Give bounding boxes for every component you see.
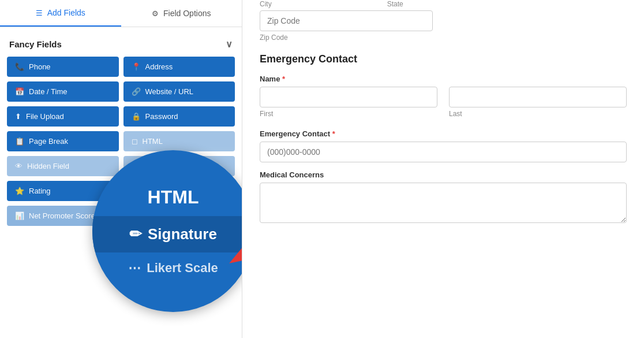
page-break-button[interactable]: 📋 Page Break bbox=[7, 131, 119, 151]
zip-code-group: Zip Code bbox=[260, 10, 439, 42]
name-group: Name * First Last bbox=[260, 75, 627, 121]
right-panel: City State Zip Code Emergency Contact Na… bbox=[242, 0, 644, 338]
popup-likert-label: Likert Scale bbox=[147, 261, 218, 276]
medical-concerns-textarea[interactable] bbox=[260, 183, 627, 223]
last-name-input[interactable] bbox=[449, 87, 627, 107]
zip-code-sublabel: Zip Code bbox=[260, 34, 439, 42]
file-upload-button[interactable]: ⬆ File Upload bbox=[7, 106, 119, 127]
tab-field-options-label: Field Options bbox=[163, 9, 211, 18]
popup-signature-button[interactable]: ✏ Signature bbox=[92, 216, 242, 252]
file-upload-icon: ⬆ bbox=[15, 112, 21, 121]
medical-concerns-label: Medical Concerns bbox=[260, 170, 627, 179]
first-name-input[interactable] bbox=[260, 87, 437, 107]
website-icon: 🔗 bbox=[132, 87, 141, 96]
phone-icon: 📞 bbox=[15, 62, 24, 71]
net-promoter-label: Net Promoter Score bbox=[29, 211, 95, 220]
left-panel: ☰ Add Fields ⚙ Field Options Fancy Field… bbox=[0, 0, 242, 338]
tab-add-fields[interactable]: ☰ Add Fields bbox=[0, 0, 121, 27]
add-fields-icon: ☰ bbox=[36, 9, 43, 17]
emergency-contact-title: Emergency Contact bbox=[260, 53, 627, 65]
hidden-field-button[interactable]: 👁 Hidden Field bbox=[7, 156, 119, 176]
field-options-icon: ⚙ bbox=[152, 9, 159, 18]
name-required-star: * bbox=[282, 75, 285, 83]
city-state-labels: City State bbox=[260, 0, 627, 8]
datetime-icon: 📅 bbox=[15, 87, 24, 96]
popup-signature-label: Signature bbox=[148, 225, 217, 243]
html-button[interactable]: ◻ HTML bbox=[123, 131, 235, 151]
popup-html-label[interactable]: HTML bbox=[148, 181, 199, 216]
state-label: State bbox=[387, 0, 403, 8]
name-inputs-row: First Last bbox=[260, 87, 627, 118]
phone-label: Phone bbox=[29, 62, 51, 71]
tab-add-fields-label: Add Fields bbox=[47, 8, 85, 17]
fancy-fields-header: Fancy Fields ∨ bbox=[7, 34, 235, 57]
emergency-required-star: * bbox=[332, 129, 335, 138]
net-promoter-icon: 📊 bbox=[15, 211, 24, 220]
rating-icon: ⭐ bbox=[15, 187, 24, 195]
first-sublabel: First bbox=[260, 110, 437, 118]
tab-field-options[interactable]: ⚙ Field Options bbox=[121, 0, 242, 27]
page-break-label: Page Break bbox=[29, 137, 68, 146]
last-sublabel: Last bbox=[449, 110, 627, 118]
password-button[interactable]: 🔒 Password bbox=[123, 106, 235, 127]
fancy-fields-label: Fancy Fields bbox=[9, 39, 62, 49]
html-label: HTML bbox=[143, 137, 163, 146]
address-label: Address bbox=[145, 62, 173, 71]
popup-likert-button[interactable]: ⋯ Likert Scale bbox=[128, 252, 218, 281]
rating-label: Rating bbox=[29, 187, 51, 195]
phone-button[interactable]: 📞 Phone bbox=[7, 57, 119, 77]
hidden-field-label: Hidden Field bbox=[27, 162, 69, 170]
popup-signature-icon: ✏ bbox=[129, 225, 142, 243]
tabs: ☰ Add Fields ⚙ Field Options bbox=[0, 0, 242, 27]
chevron-icon[interactable]: ∨ bbox=[226, 39, 233, 50]
password-icon: 🔒 bbox=[132, 112, 141, 121]
website-label: Website / URL bbox=[145, 87, 194, 96]
zip-code-input[interactable] bbox=[260, 10, 433, 31]
password-label: Password bbox=[145, 112, 178, 121]
hidden-icon: 👁 bbox=[15, 162, 23, 170]
address-button[interactable]: 📍 Address bbox=[123, 57, 235, 77]
emergency-phone-input[interactable] bbox=[260, 142, 627, 162]
datetime-button[interactable]: 📅 Date / Time bbox=[7, 81, 119, 102]
html-icon: ◻ bbox=[132, 137, 138, 146]
emergency-phone-group: Emergency Contact * bbox=[260, 129, 627, 162]
address-icon: 📍 bbox=[132, 62, 141, 71]
page-break-icon: 📋 bbox=[15, 137, 24, 146]
name-label: Name * bbox=[260, 75, 627, 83]
popup-likert-icon: ⋯ bbox=[128, 261, 141, 276]
website-button[interactable]: 🔗 Website / URL bbox=[123, 81, 235, 102]
file-upload-label: File Upload bbox=[26, 112, 64, 121]
city-label: City bbox=[260, 0, 272, 8]
datetime-label: Date / Time bbox=[29, 87, 67, 96]
medical-concerns-group: Medical Concerns bbox=[260, 170, 627, 223]
emergency-phone-label: Emergency Contact * bbox=[260, 129, 627, 138]
